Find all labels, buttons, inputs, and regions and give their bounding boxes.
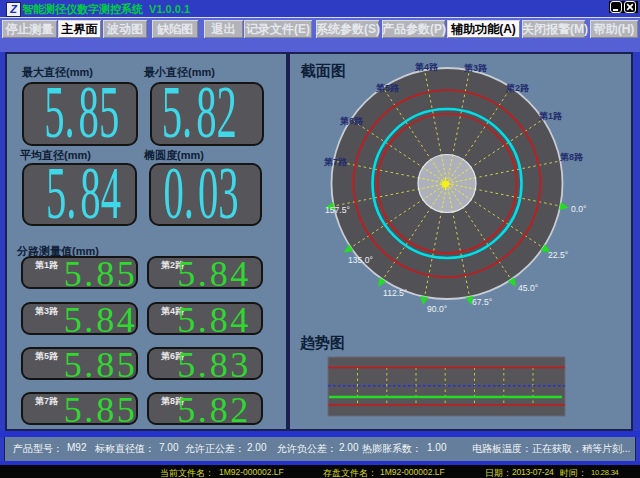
- svg-text:67.5°: 67.5°: [472, 297, 492, 307]
- svg-text:112.5°: 112.5°: [383, 288, 407, 298]
- svg-text:45.0°: 45.0°: [518, 283, 538, 293]
- svg-text:22.5°: 22.5°: [548, 250, 568, 260]
- svg-text:157.5°: 157.5°: [325, 205, 350, 215]
- svg-text:第8路: 第8路: [559, 152, 584, 162]
- svg-text:135.0°: 135.0°: [348, 255, 373, 265]
- svg-text:第6路: 第6路: [339, 116, 364, 126]
- svg-text:第7路: 第7路: [323, 157, 348, 167]
- svg-text:0.0°: 0.0°: [571, 204, 586, 214]
- svg-text:第4路: 第4路: [414, 62, 439, 72]
- svg-text:第5路: 第5路: [375, 83, 400, 93]
- svg-text:第2路: 第2路: [505, 83, 530, 93]
- svg-text:第1路: 第1路: [538, 111, 563, 121]
- svg-text:第3路: 第3路: [463, 63, 488, 73]
- svg-text:90.0°: 90.0°: [427, 304, 447, 314]
